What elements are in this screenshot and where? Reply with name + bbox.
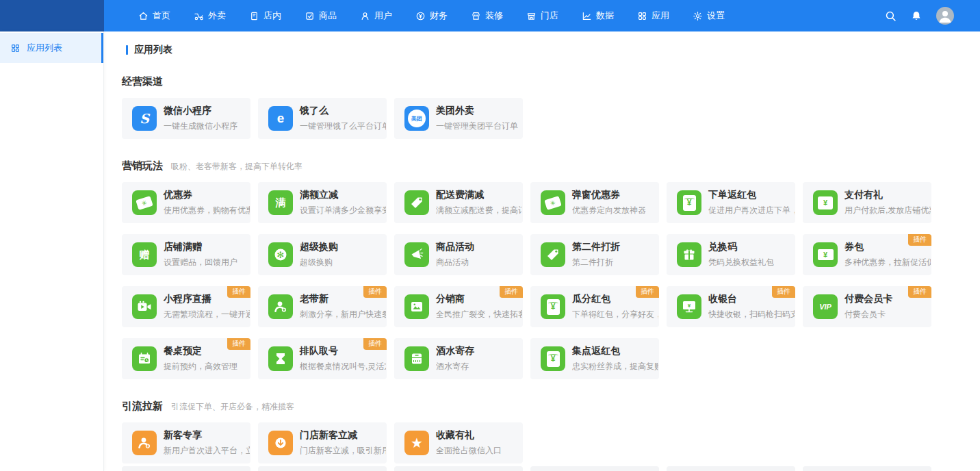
app-card[interactable]: 插件¥瓜分红包下单得红包，分享好友，...: [530, 286, 659, 327]
card-text: 付费会员卡付费会员卡: [844, 293, 892, 320]
app-card[interactable]: 插件排队取号根据餐桌情况叫号,灵活方便: [258, 338, 387, 379]
takeout-icon: [194, 11, 204, 21]
nav-item-apps[interactable]: 应用: [637, 10, 669, 22]
sidebar: 应用列表: [0, 31, 104, 471]
stores-icon: [526, 11, 537, 21]
super-exchange-icon: ✻: [268, 242, 293, 267]
app-card[interactable]: ¥集点返红包忠实粉丝养成，提高复购...: [530, 338, 659, 379]
nav-item-stores[interactable]: 门店: [526, 10, 558, 22]
svg-text:¥: ¥: [688, 303, 691, 309]
nav-item-data[interactable]: 数据: [582, 10, 614, 22]
nav-item-settings[interactable]: 设置: [693, 10, 725, 22]
topbar-right: [885, 7, 980, 25]
card-description: 使用优惠券，购物有优惠: [164, 205, 250, 216]
app-card[interactable]: 赠店铺满赠设置赠品，回馈用户: [122, 234, 250, 275]
nav-item-user[interactable]: 用户: [360, 10, 392, 22]
section-subtitle: 引流促下单、开店必备，精准揽客: [171, 401, 294, 413]
delivery-tag-icon: [404, 190, 429, 215]
app-card[interactable]: 插件¥收银台快捷收银，扫码枪扫码支付: [667, 286, 795, 327]
plugin-badge: 插件: [363, 338, 387, 350]
card-title: 集点返红包: [572, 345, 658, 357]
storage-cabinet-icon: [404, 346, 429, 371]
card-description: 无需繁琐流程，一键开通...: [164, 309, 250, 320]
nav-item-home[interactable]: 首页: [138, 10, 170, 22]
app-card[interactable]: 新客专享新用户首次进入平台，立...: [122, 422, 250, 463]
meituan-icon: 美团: [404, 106, 429, 131]
nav-item-takeout[interactable]: 外卖: [194, 10, 226, 22]
app-card[interactable]: 插件¥券包多种优惠券，拉新促活促...: [803, 234, 931, 275]
partially-visible-next-row: [122, 466, 980, 471]
plugin-badge: 插件: [908, 286, 931, 298]
card-description: 用户付款后,发放店铺优惠券: [844, 205, 931, 216]
partial-card: [394, 466, 523, 471]
app-card[interactable]: ✳优惠券使用优惠券，购物有优惠: [122, 182, 250, 223]
nav-item-label: 首页: [153, 10, 170, 22]
app-card[interactable]: ✳弹窗优惠券优惠券定向发放神器: [530, 182, 659, 223]
app-card[interactable]: 满满额立减设置订单满多少金额享受...: [258, 182, 387, 223]
app-card[interactable]: 插件VIP付费会员卡付费会员卡: [803, 286, 931, 327]
decorate-icon: [471, 11, 481, 21]
section: 营销玩法吸粉、老客带新客，提高下单转化率✳优惠券使用优惠券，购物有优惠满满额立减…: [122, 160, 980, 379]
app-card[interactable]: ¥支付有礼用户付款后,发放店铺优惠券: [803, 182, 931, 223]
app-card[interactable]: ✻超级换购超级换购: [258, 234, 387, 275]
avatar[interactable]: [936, 7, 954, 25]
nav-item-goods[interactable]: 商品: [305, 10, 337, 22]
app-card[interactable]: 酒水寄存酒水寄存: [394, 338, 523, 379]
card-title: 酒水寄存: [436, 345, 474, 357]
nav-item-decorate[interactable]: 装修: [471, 10, 503, 22]
home-icon: [138, 11, 149, 21]
sidebar-item-apps[interactable]: 应用列表: [0, 33, 103, 63]
card-description: 超级换购: [300, 257, 338, 268]
app-card[interactable]: 配送费满减满额立减配送费，提高订...: [394, 182, 523, 223]
app-card[interactable]: 第二件打折第二件打折: [530, 234, 659, 275]
app-card[interactable]: ★收藏有礼全面抢占微信入口: [394, 422, 523, 463]
card-description: 设置订单满多少金额享受...: [300, 205, 386, 216]
plugin-badge: 插件: [772, 286, 795, 298]
app-card[interactable]: S微信小程序一键生成微信小程序: [122, 98, 250, 139]
instore-icon: [249, 11, 259, 21]
card-description: 一键管理美团平台订单: [436, 120, 518, 132]
app-card[interactable]: 门店新客立减门店新客立减，吸引新用...: [258, 422, 387, 463]
apps-icon: [10, 43, 21, 53]
card-text: 饿了么一键管理饿了么平台订单: [300, 105, 386, 132]
card-title: 超级换购: [300, 241, 338, 253]
card-title: 店铺满赠: [164, 241, 237, 253]
card-description: 提前预约，高效管理: [164, 361, 237, 372]
card-text: 下单返红包促进用户再次进店下单，...: [708, 189, 795, 216]
card-description: 商品活动: [436, 257, 474, 268]
card-text: 收藏有礼全面抢占微信入口: [436, 429, 502, 457]
app-card[interactable]: e饿了么一键管理饿了么平台订单: [258, 98, 387, 139]
card-title: 兑换码: [708, 241, 774, 253]
search-icon[interactable]: [885, 10, 897, 22]
card-text: 店铺满赠设置赠品，回馈用户: [164, 241, 237, 268]
plugin-badge: 插件: [908, 234, 931, 246]
app-card[interactable]: 插件老带新刺激分享，新用户快速裂变: [258, 286, 387, 327]
sections-container: 经营渠道S微信小程序一键生成微信小程序e饿了么一键管理饿了么平台订单美团美团外卖…: [122, 75, 980, 463]
app-card[interactable]: 兑换码凭码兑换权益礼包: [667, 234, 795, 275]
card-title: 付费会员卡: [844, 293, 892, 305]
app-card[interactable]: ¥下单返红包促进用户再次进店下单，...: [667, 182, 795, 223]
bell-icon[interactable]: [911, 10, 922, 22]
card-title: 微信小程序: [164, 105, 237, 117]
referral-person-icon: [268, 294, 293, 319]
hourglass-icon: [268, 346, 293, 371]
card-title: 美团外卖: [436, 105, 518, 117]
app-card[interactable]: 插件小程序直播无需繁琐流程，一键开通...: [122, 286, 250, 327]
card-description: 促进用户再次进店下单，...: [708, 205, 795, 216]
card-text: 微信小程序一键生成微信小程序: [164, 105, 237, 132]
app-card[interactable]: 插件分销商全民推广裂变，快速拓客...: [394, 286, 523, 327]
sidebar-item-label: 应用列表: [27, 42, 62, 54]
plugin-badge: 插件: [363, 286, 387, 298]
app-card[interactable]: 插件餐桌预定提前预约，高效管理: [122, 338, 250, 379]
nav-item-finance[interactable]: 财务: [415, 10, 448, 22]
card-description: 第二件打折: [572, 257, 620, 268]
section-title: 经营渠道: [122, 75, 163, 88]
card-grid: S微信小程序一键生成微信小程序e饿了么一键管理饿了么平台订单美团美团外卖一键管理…: [122, 98, 980, 139]
vip-card-icon: VIP: [813, 294, 838, 319]
app-card[interactable]: 美团美团外卖一键管理美团平台订单: [394, 98, 523, 139]
nav-item-label: 数据: [596, 10, 614, 22]
topbar: 首页外卖店内商品用户财务装修门店数据应用设置: [0, 0, 980, 31]
goods-icon: [305, 11, 315, 21]
app-card[interactable]: 商品活动商品活动: [394, 234, 523, 275]
nav-item-instore[interactable]: 店内: [249, 10, 281, 22]
